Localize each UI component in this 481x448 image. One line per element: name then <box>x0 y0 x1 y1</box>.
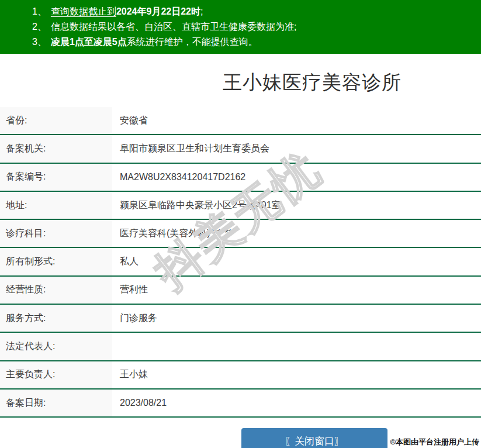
notice-bar: 1、查询数据截止到2024年9月22日22时; 2、信息数据结果以各省、自治区、… <box>0 0 481 54</box>
row-label: 备案编号: <box>0 164 112 191</box>
page-title: 王小妹医疗美容诊所 <box>223 70 402 96</box>
row-label: 备案机关: <box>0 135 112 162</box>
notice-number: 3、 <box>32 37 47 47</box>
close-window-button[interactable]: 〖关闭窗口〗 <box>241 428 387 448</box>
table-row-principal: 主要负责人: 王小妹 <box>0 361 481 390</box>
notice-line-2: 2、信息数据结果以各省、自治区、直辖市卫生健康委数据为准; <box>32 19 475 35</box>
row-value: 医疗美容科(美容外科)****** <box>112 220 481 247</box>
table-row-service-mode: 服务方式: 门诊服务 <box>0 305 481 333</box>
row-label: 诊疗科目: <box>0 220 112 247</box>
table-row-filing-date: 备案日期: 2023/08/21 <box>0 390 481 418</box>
notice-line-3: 3、凌晨1点至凌晨5点系统进行维护，不能提供查询。 <box>32 35 475 50</box>
row-value: 王小妹 <box>112 361 481 388</box>
attribution-watermark: ©本图由平台注册用户上传 <box>390 437 479 447</box>
table-row-address: 地址: 颍泉区阜临路中央豪景小区2号楼401室 <box>0 192 481 220</box>
notice-bold-text: 凌晨1点至凌晨5点 <box>51 37 127 47</box>
registration-info-table: 省份: 安徽省 备案机关: 阜阳市颍泉区卫生和计划生育委员会 备案编号: MA2… <box>0 107 481 418</box>
row-value: 私人 <box>112 248 481 275</box>
row-value: 2023/08/21 <box>112 390 481 416</box>
page: 1、查询数据截止到2024年9月22日22时; 2、信息数据结果以各省、自治区、… <box>0 0 481 418</box>
table-row-legal-representative: 法定代表人: <box>0 333 481 361</box>
table-row-filing-authority: 备案机关: 阜阳市颍泉区卫生和计划生育委员会 <box>0 135 481 163</box>
notice-line-1: 1、查询数据截止到2024年9月22日22时; <box>32 4 475 19</box>
row-value: 门诊服务 <box>112 305 481 332</box>
notice-underline-text: 查询数据截止到 <box>51 6 116 16</box>
title-area: 王小妹医疗美容诊所 <box>0 54 481 107</box>
table-row-medical-subjects: 诊疗科目: 医疗美容科(美容外科)****** <box>0 220 481 248</box>
notice-bold-text: 2024年9月22日22时 <box>116 6 200 16</box>
row-value: 安徽省 <box>112 107 481 134</box>
row-label: 主要负责人: <box>0 361 112 388</box>
row-label: 经营性质: <box>0 277 112 304</box>
row-value: 阜阳市颍泉区卫生和计划生育委员会 <box>112 135 481 162</box>
row-value <box>112 333 481 360</box>
row-value: MA2W8U2X834120417D2162 <box>112 164 481 191</box>
notice-number: 2、 <box>32 22 47 32</box>
row-label: 法定代表人: <box>0 333 112 360</box>
row-label: 所有制形式: <box>0 248 112 275</box>
notice-number: 1、 <box>32 6 47 16</box>
notice-tail-text: 系统进行维护，不能提供查询。 <box>127 37 258 47</box>
table-row-province: 省份: 安徽省 <box>0 107 481 135</box>
row-value: 营利性 <box>112 277 481 304</box>
table-row-ownership-form: 所有制形式: 私人 <box>0 248 481 276</box>
row-label: 地址: <box>0 192 112 219</box>
notice-text: 信息数据结果以各省、自治区、直辖市卫生健康委数据为准; <box>51 22 296 32</box>
row-value: 颍泉区阜临路中央豪景小区2号楼401室 <box>112 192 481 219</box>
row-label: 省份: <box>0 107 112 134</box>
row-label: 服务方式: <box>0 305 112 332</box>
table-row-operation-nature: 经营性质: 营利性 <box>0 277 481 305</box>
row-label: 备案日期: <box>0 390 112 416</box>
table-row-filing-number: 备案编号: MA2W8U2X834120417D2162 <box>0 164 481 192</box>
notice-tail-text: ; <box>200 6 203 16</box>
